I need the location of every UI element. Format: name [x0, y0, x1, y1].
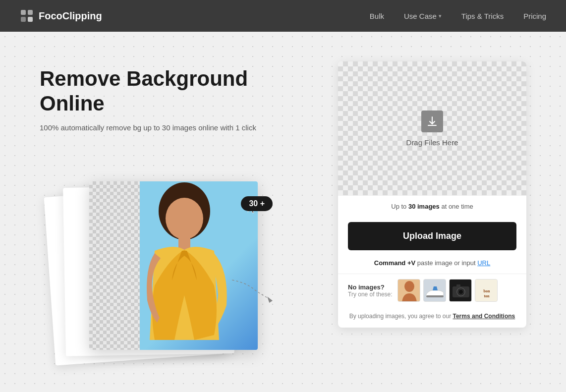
navbar: FocoClipping Bulk Use Case ▾ Tips & Tric… [0, 0, 566, 32]
hero-subtitle: 100% automatically remove bg up to 30 im… [40, 123, 308, 132]
chevron-down-icon: ▾ [439, 13, 442, 19]
left-content: Remove Background Online 100% automatica… [40, 61, 308, 370]
svg-text:ton: ton [484, 294, 490, 298]
upload-panel: Drag Files Here Up to 30 images at one t… [338, 61, 526, 328]
download-icon-wrap [421, 111, 443, 132]
no-images-title: No images? [348, 283, 393, 291]
navbar-links: Bulk Use Case ▾ Tips & Tricks Pricing [370, 12, 546, 20]
svg-rect-0 [21, 10, 26, 15]
preview-area: 30 + [40, 152, 287, 370]
nav-pricing[interactable]: Pricing [523, 12, 546, 20]
svg-text:bon: bon [483, 289, 490, 293]
sample-thumbs: bon ton [397, 279, 498, 302]
terms-link[interactable]: Terms and Conditions [453, 313, 515, 320]
sample-thumb-4[interactable]: bon ton [475, 279, 498, 302]
svg-point-5 [166, 198, 203, 239]
svg-rect-3 [28, 17, 33, 22]
person-silhouette [140, 181, 234, 350]
person-photo [140, 181, 258, 350]
nav-use-case[interactable]: Use Case ▾ [404, 12, 442, 20]
drag-text: Drag Files Here [406, 138, 458, 147]
svg-marker-7 [267, 296, 273, 303]
upload-button[interactable]: Upload Image [348, 222, 516, 250]
nav-bulk[interactable]: Bulk [370, 12, 384, 20]
sample-thumb-2[interactable] [423, 279, 446, 302]
images-count-row: Up to 30 images at one time [338, 195, 526, 217]
main-section: Remove Background Online 100% automatica… [0, 32, 566, 392]
logo[interactable]: FocoClipping [20, 9, 102, 23]
main-image-card [89, 181, 258, 350]
svg-rect-16 [456, 284, 460, 287]
nav-tips-tricks[interactable]: Tips & Tricks [461, 12, 504, 20]
svg-rect-6 [178, 236, 190, 250]
svg-rect-1 [28, 10, 33, 15]
terms-row: By uploading images, you agree to our Te… [338, 309, 526, 328]
svg-point-15 [458, 289, 463, 294]
download-icon [426, 115, 438, 127]
svg-rect-11 [426, 295, 444, 297]
drop-zone[interactable]: Drag Files Here [338, 61, 526, 195]
no-images-sub: Try one of these: [348, 291, 393, 298]
svg-point-9 [404, 281, 414, 292]
badge-30-plus: 30 + [241, 196, 273, 211]
svg-rect-2 [21, 17, 26, 22]
url-link[interactable]: URL [477, 259, 490, 267]
arrow-decoration [228, 276, 278, 305]
no-images-label: No images? Try one of these: [348, 283, 393, 298]
hero-title: Remove Background Online [40, 66, 308, 116]
logo-icon [20, 9, 34, 23]
no-images-row: No images? Try one of these: [338, 274, 526, 309]
logo-text: FocoClipping [39, 10, 102, 22]
sample-thumb-3[interactable] [449, 279, 472, 302]
sample-thumb-1[interactable] [397, 279, 420, 302]
paste-hint: Command +V paste image or input URL [338, 255, 526, 274]
